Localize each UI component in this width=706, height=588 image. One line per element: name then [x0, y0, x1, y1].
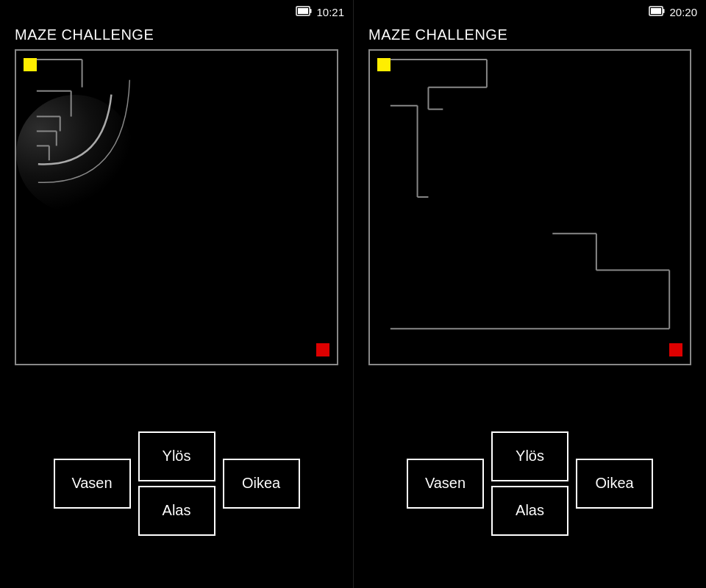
right-battery-icon	[649, 6, 665, 18]
left-ylos-button[interactable]: Ylös	[138, 431, 215, 481]
left-phone-panel: 10:21 MAZE CHALLENGE	[0, 0, 353, 588]
left-vasen-button[interactable]: Vasen	[54, 459, 131, 509]
svg-rect-2	[310, 9, 312, 13]
right-phone-panel: 20:20 MAZE CHALLENGE	[353, 0, 706, 588]
left-battery-icon	[296, 6, 312, 18]
svg-rect-1	[298, 8, 308, 14]
right-time: 20:20	[669, 6, 697, 18]
right-maze-container	[368, 49, 691, 365]
right-controls: Vasen Ylös Alas Oikea	[354, 379, 706, 588]
left-app-title: MAZE CHALLENGE	[0, 22, 353, 49]
left-status-bar: 10:21	[0, 0, 353, 22]
left-vertical-buttons: Ylös Alas	[138, 431, 215, 536]
right-status-bar: 20:20	[354, 0, 706, 22]
left-alas-button[interactable]: Alas	[138, 486, 215, 536]
left-time: 10:21	[316, 6, 344, 18]
right-oikea-button[interactable]: Oikea	[576, 459, 653, 509]
left-controls: Vasen Ylös Alas Oikea	[0, 379, 353, 588]
right-app-title: MAZE CHALLENGE	[354, 22, 706, 49]
left-maze-container	[15, 49, 338, 365]
left-maze-svg	[16, 51, 337, 364]
right-vasen-button[interactable]: Vasen	[407, 459, 484, 509]
svg-rect-15	[663, 9, 665, 13]
right-maze-svg	[370, 51, 690, 364]
right-vertical-buttons: Ylös Alas	[491, 431, 568, 536]
right-ylos-button[interactable]: Ylös	[491, 431, 568, 481]
left-oikea-button[interactable]: Oikea	[223, 459, 300, 509]
right-alas-button[interactable]: Alas	[491, 486, 568, 536]
svg-rect-14	[651, 8, 661, 14]
